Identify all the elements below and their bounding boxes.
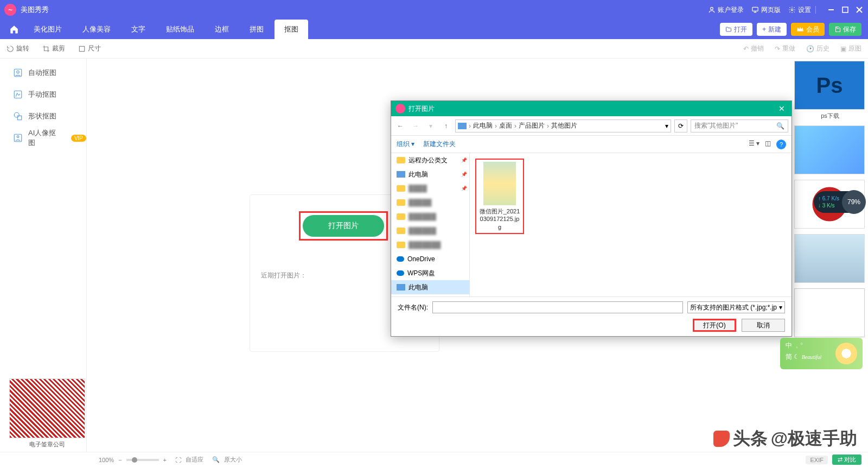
user-icon (708, 6, 716, 14)
dialog-titlebar: 打开图片 ✕ (391, 101, 792, 116)
tree-item[interactable]: WPS网盘 (391, 266, 469, 280)
open-image-button[interactable]: 打开图片 (303, 215, 384, 237)
nav-back[interactable]: ← (394, 120, 406, 132)
tree-item[interactable]: ██████ (391, 224, 469, 238)
vip-badge: VIP (71, 135, 86, 142)
resize-icon (78, 45, 86, 53)
pin-icon: 📌 (461, 186, 467, 191)
dialog-file-list: 微信图片_20210309172125.jpg (470, 153, 792, 296)
tab-frame[interactable]: 边框 (205, 20, 239, 39)
minimize-button[interactable] (827, 5, 835, 14)
preview-pane-button[interactable]: ◫ (765, 140, 771, 149)
dialog-open-button[interactable]: 打开(O) (693, 319, 736, 332)
ime-overlay[interactable]: 中 ，° 简 ☾ Beautiful (780, 338, 863, 369)
sidebar-manual-cutout[interactable]: 手动抠图 (0, 84, 86, 105)
dialog-search[interactable]: 搜索"其他图片" 🔍 (691, 119, 788, 132)
tree-item[interactable]: █████ (391, 195, 469, 210)
tree-item[interactable]: 网络 (391, 294, 469, 296)
home-icon (9, 24, 19, 34)
folder-icon (397, 228, 405, 234)
dialog-app-icon (395, 104, 405, 113)
new-button[interactable]: + 新建 (757, 23, 787, 36)
original-size-label[interactable]: 原大小 (224, 456, 242, 464)
thumb-1[interactable] (794, 125, 865, 174)
compare-button[interactable]: ⇄ 对比 (832, 455, 861, 465)
thumb-4[interactable] (794, 288, 865, 337)
ps-download-thumb[interactable]: Ps (794, 61, 865, 110)
nav-up[interactable]: ↑ (440, 120, 452, 132)
home-tab[interactable] (4, 20, 24, 39)
file-item-selected[interactable]: 微信图片_20210309172125.jpg (475, 159, 524, 234)
account-login[interactable]: 账户登录 (708, 5, 744, 15)
view-mode-button[interactable]: ☰ ▾ (749, 140, 760, 149)
zoom-out[interactable]: − (118, 457, 122, 463)
tab-sticker[interactable]: 贴纸饰品 (156, 20, 204, 39)
tree-item[interactable]: 此电脑 (391, 280, 469, 294)
maximize-button[interactable] (841, 5, 850, 14)
open-button[interactable]: 打开 (720, 23, 752, 36)
tree-item[interactable]: ██████ (391, 210, 469, 224)
close-button[interactable] (855, 5, 864, 14)
tree-item[interactable]: 此电脑📌 (391, 167, 469, 181)
redo-tool[interactable]: ↷重做 (775, 44, 795, 53)
dialog-cancel-button[interactable]: 取消 (742, 319, 785, 332)
watermark: 头条 @极速手助 (713, 427, 857, 451)
folder-icon (397, 185, 405, 192)
tab-cutout[interactable]: 抠图 (275, 20, 308, 39)
zoom-value: 100% (99, 457, 114, 463)
stamp-thumb[interactable] (9, 378, 85, 438)
path-dropdown-icon[interactable]: ▾ (665, 122, 668, 130)
new-folder-button[interactable]: 新建文件夹 (423, 140, 456, 149)
crop-tool[interactable]: 裁剪 (42, 44, 65, 53)
toolbar: 旋转 裁剪 尺寸 ↶撤销 ↷重做 🕑历史 ▣原图 (0, 39, 868, 59)
undo-tool[interactable]: ↶撤销 (743, 44, 764, 53)
tab-text[interactable]: 文字 (122, 20, 155, 39)
sidebar-ai-cutout[interactable]: AI人像抠图 VIP (0, 127, 86, 149)
folder-icon (397, 242, 405, 248)
fit-label[interactable]: 自适应 (186, 456, 203, 464)
history-tool[interactable]: 🕑历史 (806, 44, 829, 53)
web-version[interactable]: 网页版 (751, 5, 781, 15)
network-monitor[interactable]: ↑ 6.7 K/s ↓ 3 K/s 79% (814, 191, 863, 213)
open-file-dialog: 打开图片 ✕ ← → ▾ ↑ › 此电脑› 桌面› 产品图片› 其他图片 ▾ ⟳… (391, 100, 792, 337)
tab-portrait[interactable]: 人像美容 (73, 20, 120, 39)
path-box[interactable]: › 此电脑› 桌面› 产品图片› 其他图片 ▾ (455, 119, 671, 132)
crown-icon (796, 26, 804, 33)
folder-icon (397, 199, 405, 206)
save-button[interactable]: 保存 (829, 23, 861, 36)
rotate-tool[interactable]: 旋转 (7, 44, 29, 53)
size-tool[interactable]: 尺寸 (78, 44, 101, 53)
tab-collage[interactable]: 拼图 (240, 20, 273, 39)
tree-item[interactable]: 远程办公类文📌 (391, 153, 469, 167)
member-button[interactable]: 会员 (791, 23, 825, 36)
stamp-preview: 电子签章公司 (7, 378, 88, 449)
thumb-3[interactable] (794, 234, 865, 283)
settings[interactable]: 设置 (788, 5, 811, 15)
dialog-tree: 远程办公类文📌此电脑📌████📌████████████████████████… (391, 153, 470, 296)
gear-icon (788, 6, 796, 14)
sidebar-auto-cutout[interactable]: 自动抠图 (0, 62, 86, 84)
organize-menu[interactable]: 组织 ▾ (397, 140, 414, 149)
redo-icon: ↷ (775, 45, 780, 53)
sidebar-shape-cutout[interactable]: 形状抠图 (0, 105, 86, 127)
refresh-button[interactable]: ⟳ (674, 119, 687, 132)
filename-input[interactable] (432, 301, 683, 313)
original-tool[interactable]: ▣原图 (840, 44, 861, 53)
tree-item[interactable]: OneDrive (391, 252, 469, 266)
help-icon[interactable]: ? (776, 140, 786, 149)
exif-button[interactable]: EXIF (806, 456, 827, 464)
save-icon (834, 26, 841, 33)
zoom-in[interactable]: + (163, 457, 167, 463)
pin-icon: 📌 (461, 172, 467, 177)
file-filter-select[interactable]: 所有支持的图片格式 (*.jpg;*.jp ▾ (687, 301, 785, 313)
tab-beautify[interactable]: 美化图片 (24, 20, 72, 39)
plus-icon: + (762, 26, 766, 33)
pc-icon (397, 284, 405, 291)
tree-item[interactable]: ████📌 (391, 181, 469, 195)
chevron-down-icon: ▾ (779, 304, 782, 311)
nav-forward[interactable]: → (410, 120, 422, 132)
tree-item[interactable]: ███████ (391, 238, 469, 252)
dialog-close-button[interactable]: ✕ (776, 104, 787, 113)
zoom-slider[interactable] (126, 459, 159, 461)
nav-dropdown[interactable]: ▾ (425, 120, 437, 132)
